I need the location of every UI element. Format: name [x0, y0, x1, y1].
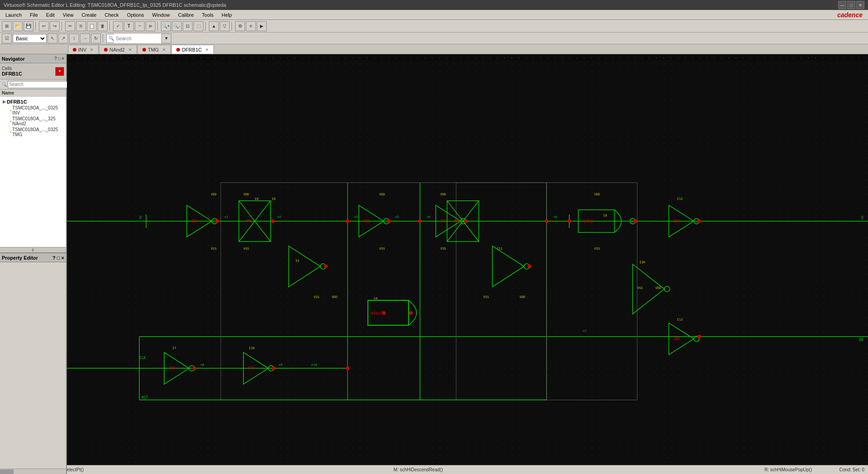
- tree-item-1[interactable]: ▪ TSMC018OA_..._325 NAnd2: [3, 116, 63, 127]
- svg-text:n9: n9: [279, 363, 283, 367]
- pe-scroll-thumb[interactable]: [0, 469, 14, 474]
- pe-scrollbar[interactable]: [0, 469, 66, 474]
- maximize-button[interactable]: □: [847, 1, 855, 9]
- pe-header: Property Editor ? □ ×: [0, 253, 66, 262]
- svg-point-60: [464, 219, 468, 223]
- status-bar: 3(9) mouse L: schSingleSelectPt() M: sch…: [67, 465, 868, 474]
- tb2-selection1[interactable]: ↖: [47, 33, 57, 43]
- menu-window[interactable]: Window: [149, 11, 174, 19]
- navigator-panel: Navigator ? □ × Cells DFRB1C ▼ 🔍: [0, 54, 66, 253]
- tab-dfrb1c-close[interactable]: ✕: [205, 47, 209, 52]
- tb-zoom-in[interactable]: 🔍+: [161, 21, 171, 31]
- tab-nand2[interactable]: NAnd2 ✕: [99, 45, 137, 54]
- tree-root-item[interactable]: ▶ DFRB1C: [3, 99, 63, 105]
- tb-wire[interactable]: ~: [135, 21, 145, 31]
- tb-cut[interactable]: ✂: [65, 21, 75, 31]
- tb-redo[interactable]: ↪: [50, 21, 60, 31]
- navigator-title: Navigator: [2, 56, 25, 62]
- svg-text:INV: INV: [674, 219, 680, 223]
- tb2-selection2[interactable]: ↗: [58, 33, 68, 43]
- svg-text:n7: n7: [583, 329, 586, 333]
- toolbar-search-input[interactable]: [114, 34, 168, 43]
- tb-undo[interactable]: ↩: [39, 21, 49, 31]
- cells-name: DFRB1C: [2, 71, 22, 76]
- tb-copy[interactable]: ⎘: [76, 21, 86, 31]
- svg-text:I5: I5: [296, 259, 299, 263]
- cells-header: Cells DFRB1C ▼: [0, 63, 66, 80]
- svg-text:INV: INV: [191, 219, 198, 223]
- svg-point-65: [346, 366, 349, 370]
- tb-pin[interactable]: ⊳: [146, 21, 156, 31]
- tb-properties[interactable]: ⚙: [235, 21, 245, 31]
- tree-item-0[interactable]: ▪ TSMC018OA_..._0325 INV: [3, 105, 63, 116]
- tb-hier-down[interactable]: ▽: [220, 21, 230, 31]
- tb-save[interactable]: 💾: [24, 21, 33, 31]
- tb-open[interactable]: 📂: [13, 21, 23, 31]
- menu-launch[interactable]: Launch: [2, 11, 25, 19]
- svg-point-72: [409, 311, 413, 315]
- svg-point-64: [272, 366, 276, 370]
- tb-zoom-out[interactable]: 🔍-: [172, 21, 182, 31]
- tab-dfrb1c[interactable]: DFRB1C ✕: [171, 45, 214, 54]
- tb2-selection5[interactable]: ↻: [91, 33, 101, 43]
- tree-folder-icon-2: ▪: [10, 130, 11, 134]
- menu-file[interactable]: File: [26, 11, 42, 19]
- selection-mode-select[interactable]: Basic Advanced: [13, 34, 47, 43]
- tb-text[interactable]: T: [124, 21, 134, 31]
- close-button[interactable]: ✕: [856, 1, 864, 9]
- tb-paste[interactable]: 📋: [87, 21, 97, 31]
- menu-bar: Launch File Edit View Create Check Optio…: [0, 10, 868, 20]
- pe-close-btn[interactable]: ×: [61, 255, 64, 261]
- tree-root-section: ▶ DFRB1C ▪ TSMC018OA_..._0325 INV ▪ TSMC…: [1, 98, 65, 138]
- tb-simulate[interactable]: ▶: [257, 21, 267, 31]
- schematic-canvas[interactable]: INV INV INV INV INV TMG: [67, 54, 868, 474]
- menu-view[interactable]: View: [59, 11, 77, 19]
- svg-text:INV: INV: [440, 219, 447, 223]
- menu-options[interactable]: Options: [123, 11, 148, 19]
- left-panel: Navigator ? □ × Cells DFRB1C ▼ 🔍: [0, 54, 67, 474]
- menu-create[interactable]: Create: [78, 11, 100, 19]
- nav-search-input[interactable]: [8, 81, 68, 88]
- tb-hier-up[interactable]: ▲: [209, 21, 219, 31]
- tb-check[interactable]: ✓: [113, 21, 123, 31]
- tb-netlist[interactable]: ≡: [246, 21, 256, 31]
- svg-point-59: [418, 219, 422, 223]
- tb-zoom-box[interactable]: ⬚: [193, 21, 203, 31]
- svg-point-56: [271, 219, 275, 223]
- tab-tmg[interactable]: TMG ✕: [137, 45, 171, 54]
- svg-text:I7: I7: [172, 346, 176, 350]
- nav-restore-btn[interactable]: □: [58, 56, 61, 61]
- status-cond: Cond: Set: 0: [819, 467, 864, 472]
- menu-help[interactable]: Help: [218, 11, 236, 19]
- minimize-button[interactable]: —: [838, 1, 846, 9]
- svg-rect-2: [67, 60, 868, 468]
- svg-point-61: [545, 219, 548, 223]
- tb2-selection4[interactable]: →: [80, 33, 90, 43]
- svg-text:I10: I10: [249, 346, 255, 350]
- nav-scroll-bottom[interactable]: ⇕: [0, 247, 66, 252]
- svg-text:VSS: VSS: [594, 247, 600, 251]
- menu-tools[interactable]: Tools: [198, 11, 217, 19]
- tab-tmg-close[interactable]: ✕: [162, 47, 166, 52]
- cells-config-btn[interactable]: ▼: [55, 67, 64, 76]
- tab-inv[interactable]: INV ✕: [68, 45, 99, 54]
- tb-fit[interactable]: ⊡: [183, 21, 193, 31]
- pe-help-btn[interactable]: ?: [52, 255, 56, 261]
- tb-delete[interactable]: 🗑: [98, 21, 108, 31]
- tb2-selection3[interactable]: ↕: [69, 33, 79, 43]
- tab-inv-close[interactable]: ✕: [90, 47, 94, 52]
- menu-calibre[interactable]: Calibre: [175, 11, 198, 19]
- tb2-search-dropdown[interactable]: ▼: [161, 33, 171, 43]
- tree-item-2[interactable]: ▪ TSMC018OA_..._0325 TMG: [3, 127, 63, 137]
- menu-edit[interactable]: Edit: [42, 11, 58, 19]
- nav-help-btn[interactable]: ?: [54, 56, 57, 61]
- tab-nand2-close[interactable]: ✕: [128, 47, 132, 52]
- nav-close-btn[interactable]: ×: [61, 56, 64, 61]
- tab-inv-dot: [73, 48, 76, 52]
- menu-check[interactable]: Check: [101, 11, 122, 19]
- svg-text:VSS: VSS: [483, 295, 489, 299]
- tb2-select-filter[interactable]: ☑: [2, 33, 12, 43]
- pe-restore-btn[interactable]: □: [57, 255, 60, 261]
- tb-new[interactable]: ⊞: [2, 21, 12, 31]
- tab-tmg-label: TMG: [148, 47, 159, 52]
